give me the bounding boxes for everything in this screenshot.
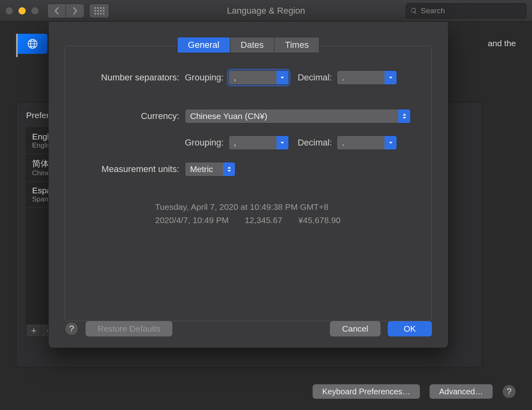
add-language-button[interactable]: ＋: [26, 324, 41, 337]
sheet-help-button[interactable]: ?: [65, 322, 78, 336]
tab-dates[interactable]: Dates: [230, 37, 274, 53]
number-decimal-select[interactable]: .: [337, 70, 397, 85]
keyboard-preferences-button[interactable]: Keyboard Preferences…: [313, 384, 420, 399]
number-separators-label: Number separators:: [83, 72, 179, 83]
globe-flag-icon: [16, 34, 50, 58]
preview-datetime: Tuesday, April 7, 2020 at 10:49:38 PM GM…: [155, 201, 414, 214]
measurement-label: Measurement units:: [83, 164, 179, 174]
chevron-down-icon: [385, 71, 397, 84]
advanced-sheet: General Dates Times Number separators: G…: [48, 22, 448, 348]
advanced-button[interactable]: Advanced…: [430, 384, 493, 399]
zoom-window-button[interactable]: [31, 7, 39, 14]
tab-general[interactable]: General: [177, 37, 230, 53]
show-all-button[interactable]: [89, 4, 109, 18]
currency-grouping-label: Grouping:: [185, 137, 224, 148]
minimize-window-button[interactable]: [18, 7, 26, 14]
restore-defaults-button[interactable]: Restore Defaults: [86, 321, 172, 336]
titlebar: Language & Region: [0, 0, 532, 22]
currency-select[interactable]: Chinese Yuan (CN¥): [185, 109, 411, 123]
nav-buttons: [47, 4, 84, 18]
grid-icon: [94, 7, 104, 14]
tab-bar: General Dates Times: [177, 37, 320, 53]
preview-short-date: 2020/4/7, 10:49 PM: [155, 215, 229, 225]
search-field[interactable]: [406, 3, 526, 18]
measurement-select[interactable]: Metric: [185, 162, 235, 176]
ok-button[interactable]: OK: [388, 321, 432, 336]
tab-times[interactable]: Times: [274, 37, 319, 53]
up-down-icon: [223, 162, 235, 176]
format-preview: Tuesday, April 7, 2020 at 10:49:38 PM GM…: [83, 201, 414, 227]
currency-decimal-select[interactable]: .: [337, 135, 397, 150]
currency-label: Currency:: [83, 111, 179, 121]
grouping-label: Grouping:: [185, 72, 224, 83]
chevron-down-icon: [276, 71, 289, 84]
preview-number: 12,345.67: [245, 215, 282, 225]
window-controls: [6, 7, 39, 14]
description-fragment: and the: [488, 39, 516, 48]
currency-grouping-select[interactable]: ,: [229, 135, 289, 150]
currency-decimal-label: Decimal:: [298, 137, 332, 148]
chevron-down-icon: [385, 136, 397, 150]
search-icon: [410, 7, 417, 14]
number-grouping-select[interactable]: ,: [229, 70, 289, 85]
up-down-icon: [398, 109, 410, 123]
search-input[interactable]: [421, 6, 522, 15]
back-button[interactable]: [47, 4, 66, 18]
help-button[interactable]: ?: [502, 385, 516, 398]
chevron-down-icon: [276, 136, 289, 150]
forward-button[interactable]: [66, 4, 84, 18]
tab-content: Number separators: Grouping: , Decimal: …: [65, 46, 432, 321]
cancel-button[interactable]: Cancel: [330, 321, 380, 336]
decimal-label: Decimal:: [298, 72, 332, 83]
preview-currency: ¥45,678.90: [298, 215, 340, 225]
close-window-button[interactable]: [6, 7, 13, 14]
